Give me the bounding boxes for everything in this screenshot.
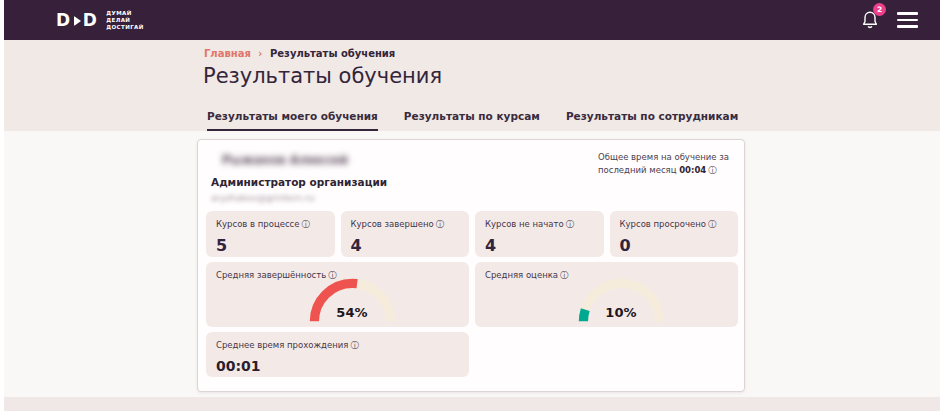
stat-card-in-progress: Курсов в процессеⓘ 5 [206, 211, 335, 257]
gauge-card-completion: Средняя завершённостьⓘ 54% [206, 262, 469, 327]
page-header-section: Главная › Результаты обучения Результаты… [4, 40, 940, 131]
stat-value: 4 [351, 236, 460, 255]
avg-time-card: Среднее время прохожденияⓘ 00:01 [206, 332, 469, 377]
tab-course-results[interactable]: Результаты по курсам [404, 110, 540, 131]
logo-mark: D D [56, 10, 97, 30]
info-icon[interactable]: ⓘ [350, 340, 359, 350]
notifications-button[interactable]: 2 [861, 10, 879, 30]
results-card: Рыжаков Алексей Администратор организаци… [197, 139, 745, 392]
user-role: Администратор организации [211, 176, 387, 188]
info-icon[interactable]: ⓘ [566, 219, 575, 229]
stat-card-overdue: Курсов просроченоⓘ 0 [610, 211, 739, 257]
gauge-card-average-score: Средняя оценкаⓘ 10% [475, 262, 738, 327]
footer-band [4, 397, 940, 411]
info-icon[interactable]: ⓘ [436, 219, 445, 229]
stat-value: 5 [216, 236, 325, 255]
breadcrumb-separator: › [258, 48, 262, 59]
gauge-percent-label: 10% [573, 305, 669, 320]
completion-gauge-chart: 54% [304, 275, 400, 325]
page-title: Результаты обучения [203, 64, 442, 88]
logo-letter-d1: D [56, 10, 71, 30]
notification-badge: 2 [873, 3, 886, 16]
brand-logo[interactable]: D D ДУМАЙ ДЕЛАЙ ДОСТИГАЙ [56, 10, 144, 31]
stat-value: 0 [620, 236, 729, 255]
main-content: Рыжаков Алексей Администратор организаци… [4, 131, 940, 397]
hamburger-icon [897, 12, 918, 15]
breadcrumb-home-link[interactable]: Главная [204, 48, 251, 59]
logo-letter-d2: D [83, 10, 98, 30]
tab-employee-results[interactable]: Результаты по сотрудникам [566, 110, 738, 131]
total-time-value: 00:04 [679, 165, 706, 175]
top-navbar: D D ДУМАЙ ДЕЛАЙ ДОСТИГАЙ 2 [4, 0, 940, 40]
info-icon[interactable]: ⓘ [560, 270, 569, 280]
tab-my-results[interactable]: Результаты моего обучения [207, 110, 378, 131]
info-icon[interactable]: ⓘ [708, 219, 717, 229]
breadcrumb-current: Результаты обучения [270, 48, 395, 59]
gauge-percent-label: 54% [304, 305, 400, 320]
avg-time-value: 00:01 [216, 358, 459, 374]
stat-value: 4 [485, 236, 594, 255]
menu-button[interactable] [897, 12, 918, 28]
score-gauge-chart: 10% [573, 275, 669, 325]
user-name-blurred: Рыжаков Алексей [222, 153, 348, 167]
stat-card-completed: Курсов завершеноⓘ 4 [341, 211, 470, 257]
info-icon[interactable]: ⓘ [708, 165, 717, 175]
tab-bar: Результаты моего обучения Результаты по … [207, 110, 738, 131]
total-study-time: Общее время на обучение за последний мес… [598, 151, 732, 177]
stat-card-not-started: Курсов не начатоⓘ 4 [475, 211, 604, 257]
app-window: D D ДУМАЙ ДЕЛАЙ ДОСТИГАЙ 2 [0, 0, 940, 411]
info-icon[interactable]: ⓘ [302, 219, 311, 229]
logo-triangle-icon [74, 16, 81, 26]
user-email-blurred: aryzhakov@grintern.ru [211, 193, 314, 203]
stats-grid: Курсов в процессеⓘ 5 Курсов завершеноⓘ 4… [206, 211, 738, 377]
breadcrumb: Главная › Результаты обучения [204, 48, 395, 59]
logo-tagline: ДУМАЙ ДЕЛАЙ ДОСТИГАЙ [106, 10, 144, 31]
